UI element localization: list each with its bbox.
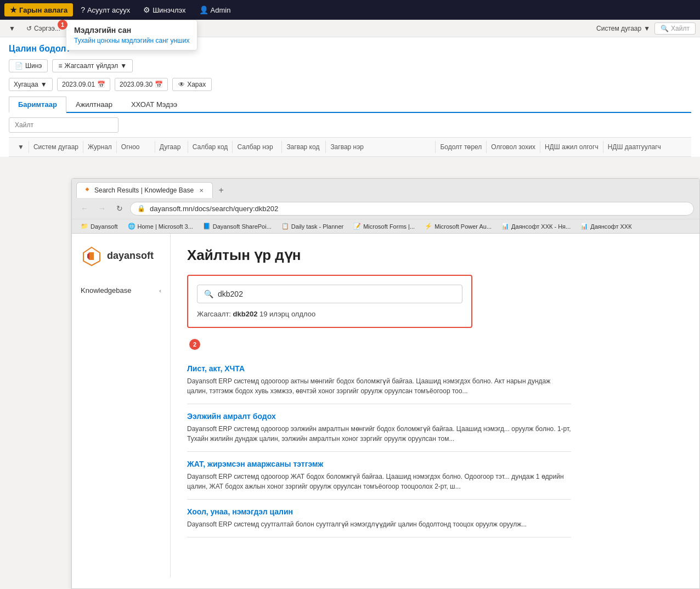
filter-icon: ▼ xyxy=(18,143,24,151)
col-system-num: Систем дугаар xyxy=(29,141,83,153)
top-navigation: ★ Гарын авлага 1 ? Асуулт асуух ⚙ Шинэчл… xyxy=(0,0,700,20)
date-to-input[interactable]: 2023.09.30 📅 xyxy=(115,78,168,91)
main-content: Цалин бодолт 📄 Шинэ ≡ Жагсаалт үйлдэл ▼ … xyxy=(0,37,700,157)
tooltip-popup: Мэдлэгийн сан Тухайн цонхны мэдлэгийн са… xyxy=(66,20,197,50)
col-branch-name: Салбар нэр xyxy=(233,141,282,153)
chevron-down-icon: ▼ xyxy=(9,25,15,32)
col-filter-icon: ▼ xyxy=(13,141,29,153)
sub-nav-right: Систем дугаар ▼ 🔍 Хайлт xyxy=(596,22,696,35)
chevron-down-icon: ▼ xyxy=(41,81,47,88)
col-olgolzohih: Олговол зохих xyxy=(487,141,540,153)
period-selector[interactable]: Хугацаа ▼ xyxy=(9,78,53,91)
refresh-icon: ↺ xyxy=(26,25,32,32)
nav-back[interactable]: ▼ xyxy=(4,23,20,34)
global-search[interactable]: 🔍 Хайлт xyxy=(654,22,696,35)
question-icon: ? xyxy=(81,5,85,14)
tab-ajiltnaar[interactable]: Ажилтнаар xyxy=(66,97,122,112)
list-action-button[interactable]: ≡ Жагсаалт үйлдэл ▼ xyxy=(52,59,133,72)
tooltip-title: Мэдлэгийн сан xyxy=(74,26,189,35)
nav-home[interactable]: ★ Гарын авлага xyxy=(4,3,73,16)
nav-settings[interactable]: ⚙ Шинэчлэх xyxy=(138,3,191,16)
person-icon: 👤 xyxy=(199,5,208,14)
tab-hhоат[interactable]: ХХОАТ Мэдээ xyxy=(122,97,187,112)
document-icon: 📄 xyxy=(15,62,23,70)
col-bodol-type: Бодолт төрел xyxy=(436,141,487,153)
tab-bar: Баримтаар Ажилтнаар ХХОАТ Мэдээ xyxy=(9,97,691,113)
col-ndsh-work: НДШ ажил олгогч xyxy=(540,141,603,153)
nav-question[interactable]: ? Асуулт асуух xyxy=(75,3,136,16)
gear-icon: ⚙ xyxy=(143,5,150,14)
tooltip-subtitle[interactable]: Тухайн цонхны мэдлэгийн санг унших xyxy=(74,37,189,44)
col-journal: Журнал xyxy=(83,141,117,153)
tab-barimtaar[interactable]: Баримтаар xyxy=(9,97,66,113)
search-icon: 🔍 xyxy=(661,25,669,32)
star-icon: ★ xyxy=(10,5,17,14)
table-search-input[interactable] xyxy=(9,117,118,133)
calendar-icon: 📅 xyxy=(97,81,105,88)
table-header: ▼ Систем дугаар Журнал Огноо Дугаар Салб… xyxy=(9,137,691,157)
view-icon: 👁 xyxy=(178,81,185,88)
col-template-code: Загвар код xyxy=(282,141,326,153)
system-selector[interactable]: Систем дугаар ▼ xyxy=(596,25,650,32)
toolbar: 📄 Шинэ ≡ Жагсаалт үйлдэл ▼ xyxy=(9,59,691,72)
chevron-down-icon: ▼ xyxy=(643,25,650,32)
view-button[interactable]: 👁 Харах xyxy=(172,78,212,91)
col-ndsh-insurance: НДШ даатгуулагч xyxy=(603,141,665,153)
filter-row: Хугацаа ▼ 2023.09.01 📅 2023.09.30 📅 👁 Ха… xyxy=(9,78,691,91)
col-branch-code: Салбар код xyxy=(188,141,233,153)
list-icon: ≡ xyxy=(58,62,62,70)
calendar-icon: 📅 xyxy=(155,81,163,88)
new-button[interactable]: 📄 Шинэ xyxy=(9,59,48,72)
col-number: Дугаар xyxy=(155,141,188,153)
col-date: Огноо xyxy=(117,141,155,153)
col-template-name: Загвар нэр xyxy=(326,141,436,153)
nav-admin[interactable]: 👤 Admin xyxy=(194,3,236,16)
date-from-input[interactable]: 2023.09.01 📅 xyxy=(57,78,110,91)
chevron-down-icon: ▼ xyxy=(120,62,127,70)
annotation-badge-1: 1 xyxy=(58,20,67,30)
